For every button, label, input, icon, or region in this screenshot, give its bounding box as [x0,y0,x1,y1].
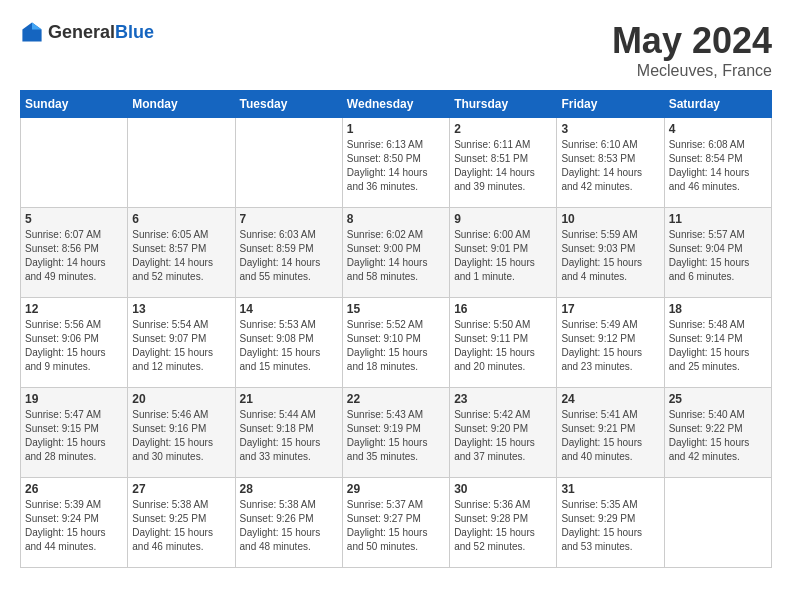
day-number: 7 [240,212,338,226]
day-info: Sunrise: 5:57 AM Sunset: 9:04 PM Dayligh… [669,228,767,284]
day-number: 22 [347,392,445,406]
title-area: May 2024 Mecleuves, France [612,20,772,80]
calendar-week-row: 1Sunrise: 6:13 AM Sunset: 8:50 PM Daylig… [21,118,772,208]
day-info: Sunrise: 5:53 AM Sunset: 9:08 PM Dayligh… [240,318,338,374]
day-info: Sunrise: 5:35 AM Sunset: 9:29 PM Dayligh… [561,498,659,554]
calendar-week-row: 5Sunrise: 6:07 AM Sunset: 8:56 PM Daylig… [21,208,772,298]
day-number: 8 [347,212,445,226]
calendar-cell: 8Sunrise: 6:02 AM Sunset: 9:00 PM Daylig… [342,208,449,298]
day-number: 4 [669,122,767,136]
day-number: 17 [561,302,659,316]
calendar-cell: 30Sunrise: 5:36 AM Sunset: 9:28 PM Dayli… [450,478,557,568]
calendar-week-row: 19Sunrise: 5:47 AM Sunset: 9:15 PM Dayli… [21,388,772,478]
day-info: Sunrise: 5:59 AM Sunset: 9:03 PM Dayligh… [561,228,659,284]
weekday-header-tuesday: Tuesday [235,91,342,118]
calendar-cell: 2Sunrise: 6:11 AM Sunset: 8:51 PM Daylig… [450,118,557,208]
calendar-cell: 12Sunrise: 5:56 AM Sunset: 9:06 PM Dayli… [21,298,128,388]
day-number: 6 [132,212,230,226]
calendar-cell: 3Sunrise: 6:10 AM Sunset: 8:53 PM Daylig… [557,118,664,208]
day-number: 14 [240,302,338,316]
day-info: Sunrise: 6:00 AM Sunset: 9:01 PM Dayligh… [454,228,552,284]
calendar-cell: 28Sunrise: 5:38 AM Sunset: 9:26 PM Dayli… [235,478,342,568]
calendar-cell: 25Sunrise: 5:40 AM Sunset: 9:22 PM Dayli… [664,388,771,478]
day-info: Sunrise: 6:02 AM Sunset: 9:00 PM Dayligh… [347,228,445,284]
day-number: 5 [25,212,123,226]
calendar-cell: 15Sunrise: 5:52 AM Sunset: 9:10 PM Dayli… [342,298,449,388]
day-info: Sunrise: 5:56 AM Sunset: 9:06 PM Dayligh… [25,318,123,374]
calendar-cell: 17Sunrise: 5:49 AM Sunset: 9:12 PM Dayli… [557,298,664,388]
day-info: Sunrise: 5:38 AM Sunset: 9:25 PM Dayligh… [132,498,230,554]
day-number: 2 [454,122,552,136]
calendar-week-row: 12Sunrise: 5:56 AM Sunset: 9:06 PM Dayli… [21,298,772,388]
day-info: Sunrise: 5:39 AM Sunset: 9:24 PM Dayligh… [25,498,123,554]
day-info: Sunrise: 5:46 AM Sunset: 9:16 PM Dayligh… [132,408,230,464]
day-number: 12 [25,302,123,316]
calendar-cell: 7Sunrise: 6:03 AM Sunset: 8:59 PM Daylig… [235,208,342,298]
calendar-cell: 18Sunrise: 5:48 AM Sunset: 9:14 PM Dayli… [664,298,771,388]
weekday-header-saturday: Saturday [664,91,771,118]
calendar-cell: 1Sunrise: 6:13 AM Sunset: 8:50 PM Daylig… [342,118,449,208]
weekday-header-friday: Friday [557,91,664,118]
day-info: Sunrise: 5:37 AM Sunset: 9:27 PM Dayligh… [347,498,445,554]
calendar-cell: 11Sunrise: 5:57 AM Sunset: 9:04 PM Dayli… [664,208,771,298]
day-info: Sunrise: 5:44 AM Sunset: 9:18 PM Dayligh… [240,408,338,464]
day-number: 25 [669,392,767,406]
calendar-cell: 19Sunrise: 5:47 AM Sunset: 9:15 PM Dayli… [21,388,128,478]
day-info: Sunrise: 6:07 AM Sunset: 8:56 PM Dayligh… [25,228,123,284]
calendar-cell: 10Sunrise: 5:59 AM Sunset: 9:03 PM Dayli… [557,208,664,298]
calendar-cell: 29Sunrise: 5:37 AM Sunset: 9:27 PM Dayli… [342,478,449,568]
calendar-week-row: 26Sunrise: 5:39 AM Sunset: 9:24 PM Dayli… [21,478,772,568]
weekday-header-thursday: Thursday [450,91,557,118]
day-number: 24 [561,392,659,406]
day-info: Sunrise: 6:03 AM Sunset: 8:59 PM Dayligh… [240,228,338,284]
weekday-header-row: SundayMondayTuesdayWednesdayThursdayFrid… [21,91,772,118]
day-info: Sunrise: 5:36 AM Sunset: 9:28 PM Dayligh… [454,498,552,554]
day-info: Sunrise: 6:13 AM Sunset: 8:50 PM Dayligh… [347,138,445,194]
calendar-cell: 27Sunrise: 5:38 AM Sunset: 9:25 PM Dayli… [128,478,235,568]
calendar-body: 1Sunrise: 6:13 AM Sunset: 8:50 PM Daylig… [21,118,772,568]
day-number: 29 [347,482,445,496]
calendar-cell [128,118,235,208]
logo-text: GeneralBlue [48,22,154,43]
logo-icon [20,20,44,44]
day-number: 27 [132,482,230,496]
day-number: 18 [669,302,767,316]
day-info: Sunrise: 5:54 AM Sunset: 9:07 PM Dayligh… [132,318,230,374]
weekday-header-sunday: Sunday [21,91,128,118]
calendar-cell: 9Sunrise: 6:00 AM Sunset: 9:01 PM Daylig… [450,208,557,298]
day-number: 28 [240,482,338,496]
day-info: Sunrise: 6:08 AM Sunset: 8:54 PM Dayligh… [669,138,767,194]
day-number: 31 [561,482,659,496]
calendar-cell: 14Sunrise: 5:53 AM Sunset: 9:08 PM Dayli… [235,298,342,388]
calendar-cell [664,478,771,568]
day-info: Sunrise: 6:11 AM Sunset: 8:51 PM Dayligh… [454,138,552,194]
calendar-table: SundayMondayTuesdayWednesdayThursdayFrid… [20,90,772,568]
calendar-cell: 23Sunrise: 5:42 AM Sunset: 9:20 PM Dayli… [450,388,557,478]
day-number: 9 [454,212,552,226]
day-number: 21 [240,392,338,406]
day-number: 23 [454,392,552,406]
month-title: May 2024 [612,20,772,62]
calendar-cell: 22Sunrise: 5:43 AM Sunset: 9:19 PM Dayli… [342,388,449,478]
day-info: Sunrise: 5:49 AM Sunset: 9:12 PM Dayligh… [561,318,659,374]
calendar-cell: 21Sunrise: 5:44 AM Sunset: 9:18 PM Dayli… [235,388,342,478]
weekday-header-monday: Monday [128,91,235,118]
weekday-header-wednesday: Wednesday [342,91,449,118]
calendar-header: SundayMondayTuesdayWednesdayThursdayFrid… [21,91,772,118]
calendar-cell: 20Sunrise: 5:46 AM Sunset: 9:16 PM Dayli… [128,388,235,478]
day-info: Sunrise: 5:52 AM Sunset: 9:10 PM Dayligh… [347,318,445,374]
day-info: Sunrise: 5:43 AM Sunset: 9:19 PM Dayligh… [347,408,445,464]
day-info: Sunrise: 5:38 AM Sunset: 9:26 PM Dayligh… [240,498,338,554]
calendar-cell [21,118,128,208]
calendar-cell: 6Sunrise: 6:05 AM Sunset: 8:57 PM Daylig… [128,208,235,298]
day-info: Sunrise: 5:42 AM Sunset: 9:20 PM Dayligh… [454,408,552,464]
day-info: Sunrise: 5:41 AM Sunset: 9:21 PM Dayligh… [561,408,659,464]
calendar-cell: 31Sunrise: 5:35 AM Sunset: 9:29 PM Dayli… [557,478,664,568]
location-title: Mecleuves, France [612,62,772,80]
day-number: 1 [347,122,445,136]
day-number: 3 [561,122,659,136]
calendar-cell: 4Sunrise: 6:08 AM Sunset: 8:54 PM Daylig… [664,118,771,208]
day-number: 20 [132,392,230,406]
calendar-cell: 13Sunrise: 5:54 AM Sunset: 9:07 PM Dayli… [128,298,235,388]
day-info: Sunrise: 6:05 AM Sunset: 8:57 PM Dayligh… [132,228,230,284]
